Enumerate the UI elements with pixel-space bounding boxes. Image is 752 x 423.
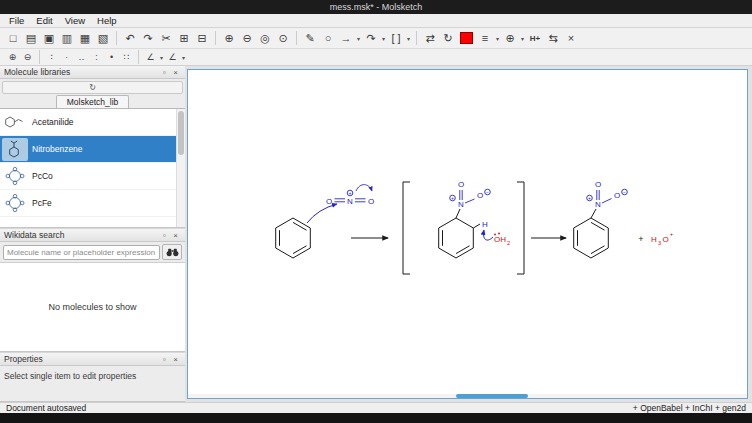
window-titlebar[interactable]: mess.msk* - Molsketch [0,0,752,14]
flip-icon[interactable]: ⇆ [544,30,562,47]
list-item-pcco[interactable]: PcCo [0,163,185,190]
svg-text:−: − [623,189,626,195]
svg-text:OH: OH [494,235,506,244]
export-image-icon[interactable]: ▦ [76,30,94,47]
status-message: Document autosaved [6,403,86,413]
wikidata-search-row [0,242,185,262]
draw-color-swatch[interactable] [460,32,473,44]
molecule-name: PcFe [32,198,52,208]
save-icon[interactable]: ▣ [40,30,58,47]
reaction-arrow-icon[interactable]: → [337,30,355,47]
decrease-charge-icon[interactable]: ⊖ [20,50,35,64]
svg-text:+: + [638,234,643,244]
float-panel-icon[interactable]: ▫ [159,230,170,241]
canvas-hscrollbar-thumb[interactable] [456,394,528,398]
svg-text:O: O [326,197,332,206]
status-plugins: + OpenBabel + InChI + gen2d [633,403,746,413]
insert-ring-icon[interactable]: ○ [319,30,337,47]
line-width-icon[interactable]: ≡ [476,30,494,47]
zoom-out-icon[interactable]: ⊖ [238,30,256,47]
close-panel-icon[interactable]: × [170,67,181,78]
svg-text:H: H [482,220,488,229]
list-item-pcfe[interactable]: PcFe [0,190,185,217]
save-as-icon[interactable]: ▥ [58,30,76,47]
chevron-down-icon[interactable]: ▾ [180,54,187,61]
float-panel-icon[interactable]: ▫ [159,354,170,365]
wikidata-search-panel: Wikidata search ▫ × [0,229,185,352]
bond-angle-icon[interactable]: ∠ [143,50,158,64]
radical-electron-icon[interactable]: • [104,50,119,64]
align-icon[interactable]: ⇄ [421,30,439,47]
library-scrollbar[interactable] [176,109,185,227]
print-icon[interactable]: ▧ [94,30,112,47]
lone-pair-horizontal-icon[interactable]: ‥ [74,50,89,64]
chevron-down-icon[interactable]: ▾ [405,35,412,42]
wikidata-search-input[interactable] [3,245,160,260]
paste-icon[interactable]: ⊟ [193,30,211,47]
menu-edit[interactable]: Edit [30,15,58,26]
menu-help[interactable]: Help [91,15,123,26]
svg-text:N: N [347,197,353,206]
add-hydrogen-icon[interactable]: H+ [526,30,544,47]
list-item-acetanilide[interactable]: Acetanilide [0,109,185,136]
remove-lone-pair-icon[interactable]: ∙ [59,50,74,64]
open-file-icon[interactable]: ▤ [22,30,40,47]
delete-icon[interactable]: × [562,30,580,47]
cut-icon[interactable]: ✂ [157,30,175,47]
svg-text:O: O [477,191,483,200]
rotate-icon[interactable]: ↻ [439,30,457,47]
chevron-down-icon[interactable]: ▾ [355,35,362,42]
close-panel-icon[interactable]: × [170,230,181,241]
increase-charge-icon[interactable]: ⊕ [5,50,20,64]
chain-angle-icon[interactable]: ∠ [165,50,180,64]
float-panel-icon[interactable]: ▫ [159,67,170,78]
desktop-strip [0,413,752,423]
svg-text:O: O [595,180,601,189]
new-file-icon[interactable]: □ [4,30,22,47]
menu-file[interactable]: File [3,15,30,26]
canvas-hscrollbar[interactable] [188,394,747,398]
left-dock: Molecule libraries ▫ × ↻ Molsketch_lib [0,66,185,402]
zoom-in-icon[interactable]: ⊕ [220,30,238,47]
draw-bond-icon[interactable]: ✎ [301,30,319,47]
properties-header[interactable]: Properties ▫ × [0,353,185,366]
molecule-name: Acetanilide [32,117,74,127]
svg-text:N: N [595,200,601,209]
binoculars-icon [166,245,179,260]
lone-pair-vertical-icon[interactable]: : [89,50,104,64]
wikidata-search-header[interactable]: Wikidata search ▫ × [0,229,185,242]
charge-tool-icon[interactable]: ⊕ [501,30,519,47]
tab-molsketch-lib[interactable]: Molsketch_lib [56,95,130,108]
workspace: Molecule libraries ▫ × ↻ Molsketch_lib [0,66,752,402]
svg-text:3: 3 [658,240,661,246]
add-lone-pair-icon[interactable]: ∶ [44,50,59,64]
status-bar: Document autosaved + OpenBabel + InChI +… [0,402,752,413]
wikidata-results-area: No molecules to show [0,262,185,351]
electron-pair-icon[interactable]: ∷ [119,50,134,64]
svg-text:O: O [662,235,668,244]
menu-view[interactable]: View [59,15,91,26]
drawing-canvas[interactable]: O N O + [187,69,748,399]
molecule-libraries-header[interactable]: Molecule libraries ▫ × [0,66,185,79]
zoom-original-icon[interactable]: ◎ [256,30,274,47]
library-scrollbar-thumb[interactable] [178,111,184,155]
mechanism-arrow-icon[interactable]: ↷ [362,30,380,47]
undo-icon[interactable]: ↶ [121,30,139,47]
molecule-thumbnail [2,192,28,215]
library-settings-button[interactable]: ↻ [2,81,183,94]
zoom-fit-icon[interactable]: ⊙ [274,30,292,47]
list-item-nitrobenzene[interactable]: Nitrobenzene [0,136,185,163]
close-panel-icon[interactable]: × [170,354,181,365]
chevron-down-icon[interactable]: ▾ [380,35,387,42]
wikidata-search-button[interactable] [162,244,182,260]
svg-text:O: O [614,191,620,200]
copy-icon[interactable]: ⊞ [175,30,193,47]
chevron-down-icon[interactable]: ▾ [519,35,526,42]
bracket-tool-icon[interactable]: [ ] [387,30,405,47]
chevron-down-icon[interactable]: ▾ [494,35,501,42]
redo-icon[interactable]: ↷ [139,30,157,47]
chevron-down-icon[interactable]: ▾ [158,54,165,61]
properties-panel: Properties ▫ × Select single item to edi… [0,353,185,402]
svg-text:2: 2 [507,240,510,246]
toolbar-separator [39,50,40,64]
